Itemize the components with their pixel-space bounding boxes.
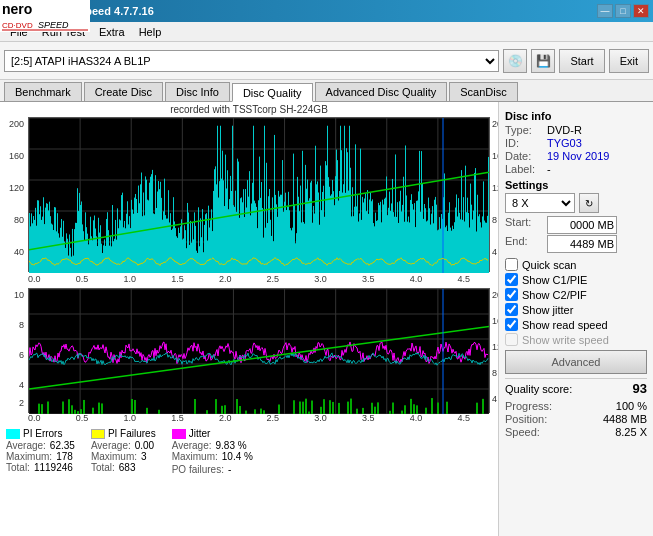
tab-disc-info[interactable]: Disc Info (165, 82, 230, 101)
pi-errors-color (6, 429, 20, 439)
speed-select[interactable]: 8 X Max 1 X 2 X 4 X (505, 193, 575, 213)
lower-right-yaxis: 20 16 12 8 4 (490, 288, 498, 413)
tab-create-disc[interactable]: Create Disc (84, 82, 163, 101)
upper-right-yaxis: 20 16 12 8 4 (490, 117, 498, 272)
svg-text:12: 12 (492, 342, 498, 352)
save-icon-button[interactable]: 💾 (531, 49, 555, 73)
quality-score-row: Quality score: 93 (505, 378, 647, 396)
svg-text:CD·DVD: CD·DVD (2, 21, 33, 30)
id-label: ID: (505, 137, 545, 149)
svg-text:20: 20 (492, 119, 498, 129)
svg-text:SPEED: SPEED (38, 20, 69, 30)
quality-score-value: 93 (633, 381, 647, 396)
disc-label-row: Label: - (505, 163, 647, 175)
quick-scan-row: Quick scan (505, 258, 647, 271)
show-jitter-row: Show jitter (505, 303, 647, 316)
jitter-color (172, 429, 186, 439)
pi-errors-total: 1119246 (34, 462, 73, 473)
show-write-speed-checkbox[interactable] (505, 333, 518, 346)
pi-failures-label: PI Failures (108, 428, 156, 439)
quick-scan-label: Quick scan (522, 259, 576, 271)
menu-extra[interactable]: Extra (93, 25, 131, 39)
svg-text:8: 8 (492, 215, 497, 225)
upper-chart (28, 117, 490, 272)
maximize-button[interactable]: □ (615, 4, 631, 18)
jitter-avg: 9.83 % (216, 440, 247, 451)
tab-scan-disc[interactable]: ScanDisc (449, 82, 517, 101)
jitter-label: Jitter (189, 428, 211, 439)
exit-button[interactable]: Exit (609, 49, 649, 73)
type-label: Type: (505, 124, 545, 136)
svg-text:16: 16 (492, 151, 498, 161)
svg-text:4: 4 (492, 394, 497, 404)
start-button[interactable]: Start (559, 49, 604, 73)
lower-left-yaxis: 10 8 6 4 2 (2, 288, 28, 413)
advanced-button[interactable]: Advanced (505, 350, 647, 374)
speed-result-label: Speed: (505, 426, 540, 438)
disc-type-row: Type: DVD-R (505, 124, 647, 136)
speed-row: 8 X Max 1 X 2 X 4 X ↻ (505, 193, 647, 213)
progress-value: 100 % (616, 400, 647, 412)
svg-text:20: 20 (492, 290, 498, 300)
show-read-speed-checkbox[interactable] (505, 318, 518, 331)
svg-text:160: 160 (9, 151, 24, 161)
nero-logo: nero CD·DVD SPEED (0, 0, 90, 32)
svg-text:nero: nero (2, 1, 32, 17)
show-c1pie-checkbox[interactable] (505, 273, 518, 286)
tab-benchmark[interactable]: Benchmark (4, 82, 82, 101)
quick-scan-checkbox[interactable] (505, 258, 518, 271)
pi-failures-max: 3 (141, 451, 147, 462)
date-value: 19 Nov 2019 (547, 150, 609, 162)
progress-label: Progress: (505, 400, 552, 412)
pi-errors-max: 178 (56, 451, 73, 462)
start-input[interactable] (547, 216, 617, 234)
start-label: Start: (505, 216, 545, 234)
upper-left-yaxis: 200 160 120 80 40 (2, 117, 28, 272)
window-controls: — □ ✕ (597, 4, 649, 18)
tab-disc-quality[interactable]: Disc Quality (232, 83, 313, 102)
show-c2pif-label: Show C2/PIF (522, 289, 587, 301)
pi-errors-avg: 62.35 (50, 440, 75, 451)
disc-id-row: ID: TYG03 (505, 137, 647, 149)
position-value: 4488 MB (603, 413, 647, 425)
tab-bar: Benchmark Create Disc Disc Info Disc Qua… (0, 80, 653, 102)
svg-text:8: 8 (19, 320, 24, 330)
svg-text:80: 80 (14, 215, 24, 225)
right-panel: Disc info Type: DVD-R ID: TYG03 Date: 19… (498, 102, 653, 536)
close-button[interactable]: ✕ (633, 4, 649, 18)
drive-select[interactable]: [2:5] ATAPI iHAS324 A BL1P (4, 50, 499, 72)
show-write-speed-row: Show write speed (505, 333, 647, 346)
label-value: - (547, 163, 551, 175)
quality-score-label: Quality score: (505, 383, 572, 395)
chart-area: recorded with TSSTcorp SH-224GB 200 160 … (0, 102, 498, 536)
refresh-button[interactable]: ↻ (579, 193, 599, 213)
date-label: Date: (505, 150, 545, 162)
show-jitter-label: Show jitter (522, 304, 573, 316)
end-row: End: (505, 235, 647, 253)
show-c2-pif-row: Show C2/PIF (505, 288, 647, 301)
show-write-speed-label: Show write speed (522, 334, 609, 346)
svg-text:12: 12 (492, 183, 498, 193)
start-row: Start: (505, 216, 647, 234)
tab-advanced-disc-quality[interactable]: Advanced Disc Quality (315, 82, 448, 101)
jitter-legend: Jitter Average: 9.83 % Maximum: 10.4 % P… (172, 428, 253, 475)
svg-text:6: 6 (19, 350, 24, 360)
show-read-speed-label: Show read speed (522, 319, 608, 331)
end-label: End: (505, 235, 545, 253)
svg-text:16: 16 (492, 316, 498, 326)
svg-text:4: 4 (19, 380, 24, 390)
pi-failures-avg: 0.00 (135, 440, 154, 451)
po-failures-label: PO failures: (172, 464, 224, 475)
svg-text:200: 200 (9, 119, 24, 129)
svg-text:120: 120 (9, 183, 24, 193)
settings-title: Settings (505, 179, 647, 191)
end-input[interactable] (547, 235, 617, 253)
disc-icon-button[interactable]: 💿 (503, 49, 527, 73)
minimize-button[interactable]: — (597, 4, 613, 18)
type-value: DVD-R (547, 124, 582, 136)
show-c2pif-checkbox[interactable] (505, 288, 518, 301)
menu-help[interactable]: Help (133, 25, 168, 39)
show-jitter-checkbox[interactable] (505, 303, 518, 316)
speed-result-value: 8.25 X (615, 426, 647, 438)
svg-text:8: 8 (492, 368, 497, 378)
